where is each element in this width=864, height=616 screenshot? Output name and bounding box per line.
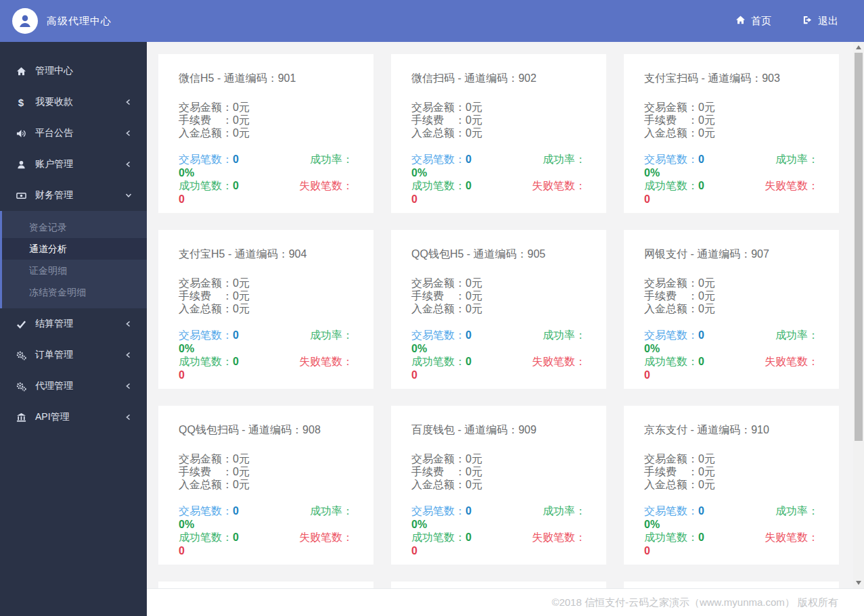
user-avatar-icon: [12, 8, 38, 34]
submenu-item-frozen-funds-details[interactable]: 冻结资金明细: [2, 281, 147, 303]
submenu-item-fund-records[interactable]: 资金记录: [2, 216, 147, 238]
card-amounts: 交易金额：0元 手续费 ：0元 入金总额：0元: [411, 452, 586, 491]
success-count-value: 0: [698, 531, 704, 543]
card-title: 微信H5 - 通道编码：901: [179, 72, 353, 86]
success-count-stat: 成功笔数：0: [179, 531, 239, 544]
success-rate-value: 0%: [179, 166, 353, 180]
trade-count-value: 0: [233, 505, 239, 517]
channel-card-partial: [158, 582, 373, 588]
total-in-line: 入金总额：0元: [179, 126, 353, 139]
sidebar-item-order-management[interactable]: 订单管理: [0, 339, 147, 371]
card-stats: 交易笔数：0 成功率： 0% 成功笔数：0 失败笔数： 0: [179, 153, 353, 206]
fee-value: 0元: [698, 466, 715, 477]
card-title: 京东支付 - 通道编码：910: [644, 423, 819, 437]
chevron-down-icon: [125, 192, 132, 199]
sidebar-item-management-center[interactable]: 管理中心: [0, 55, 147, 87]
fail-count-value: 0: [644, 369, 819, 382]
sidebar-item-finance-management[interactable]: 财务管理: [0, 180, 147, 211]
brand: 高级代理中心: [12, 8, 112, 34]
success-rate-label: 成功率：: [775, 329, 819, 342]
home-icon: [735, 15, 746, 27]
card-stats: 交易笔数：0 成功率： 0% 成功笔数：0 失败笔数： 0: [179, 329, 353, 381]
fee-value: 0元: [465, 114, 482, 126]
home-icon: [15, 66, 27, 76]
fee-value: 0元: [233, 466, 250, 477]
total-in-value: 0元: [698, 303, 715, 314]
fee-line: 手续费 ：0元: [411, 289, 586, 302]
fail-count-label: 失败笔数：: [532, 531, 586, 544]
submenu-item-channel-analysis[interactable]: 通道分析: [2, 238, 147, 260]
card-stats: 交易笔数：0 成功率： 0% 成功笔数：0 失败笔数： 0: [644, 329, 819, 381]
total-in-line: 入金总额：0元: [179, 302, 353, 315]
sidebar-item-account-management[interactable]: 账户管理: [0, 149, 147, 180]
success-count-stat: 成功笔数：0: [644, 355, 704, 369]
card-amounts: 交易金额：0元 手续费 ：0元 入金总额：0元: [411, 277, 586, 315]
success-count-value: 0: [698, 356, 704, 367]
total-in-value: 0元: [465, 479, 482, 490]
success-rate-value: 0%: [411, 166, 586, 180]
success-count-value: 0: [233, 356, 239, 367]
scrollbar-track[interactable]: [853, 53, 864, 577]
card-amounts: 交易金额：0元 手续费 ：0元 入金总额：0元: [179, 101, 353, 139]
card-amounts: 交易金额：0元 手续费 ：0元 入金总额：0元: [644, 277, 819, 315]
trade-count-stat: 交易笔数：0: [179, 153, 239, 166]
trade-count-value: 0: [233, 329, 239, 341]
sidebar-item-collect-payment[interactable]: $ 我要收款: [0, 87, 147, 118]
fee-line: 手续费 ：0元: [644, 289, 819, 302]
trade-count-stat: 交易笔数：0: [644, 504, 704, 518]
card-title: 百度钱包 - 通道编码：909: [411, 423, 586, 437]
chevron-left-icon: [125, 99, 132, 105]
success-rate-value: 0%: [644, 166, 819, 180]
success-rate-label: 成功率：: [310, 504, 353, 518]
channel-card: 京东支付 - 通道编码：910 交易金额：0元 手续费 ：0元 入金总额：0元 …: [624, 406, 839, 565]
trade-amount-value: 0元: [465, 453, 482, 465]
fee-value: 0元: [233, 114, 250, 126]
card-amounts: 交易金额：0元 手续费 ：0元 入金总额：0元: [411, 101, 586, 139]
scrollbar-thumb[interactable]: [855, 53, 863, 441]
trade-count-stat: 交易笔数：0: [179, 504, 239, 518]
scrollbar-down-arrow[interactable]: [853, 577, 864, 588]
card-stats: 交易笔数：0 成功率： 0% 成功笔数：0 失败笔数： 0: [411, 153, 586, 206]
trade-amount-value: 0元: [698, 453, 715, 465]
total-in-line: 入金总额：0元: [411, 302, 586, 315]
top-nav: 首页 退出: [735, 15, 838, 28]
sidebar-item-agent-management[interactable]: 代理管理: [0, 371, 147, 402]
fee-line: 手续费 ：0元: [179, 114, 353, 126]
trade-amount-value: 0元: [465, 277, 482, 289]
sidebar-item-platform-announcements[interactable]: 平台公告: [0, 118, 147, 149]
trade-count-stat: 交易笔数：0: [179, 329, 239, 342]
trade-amount-line: 交易金额：0元: [179, 452, 353, 465]
trade-amount-line: 交易金额：0元: [411, 277, 586, 289]
sidebar-item-api-management[interactable]: API管理: [0, 402, 147, 433]
trade-count-stat: 交易笔数：0: [411, 329, 472, 342]
nav-home-link[interactable]: 首页: [735, 15, 771, 28]
chevron-left-icon: [125, 321, 132, 327]
nav-logout-link[interactable]: 退出: [802, 15, 838, 28]
success-count-value: 0: [698, 180, 704, 191]
channel-card-partial: [391, 582, 606, 588]
trade-amount-value: 0元: [465, 101, 482, 113]
fee-line: 手续费 ：0元: [179, 289, 353, 302]
total-in-line: 入金总额：0元: [644, 302, 819, 315]
trade-count-value: 0: [465, 329, 472, 341]
channel-card: QQ钱包扫码 - 通道编码：908 交易金额：0元 手续费 ：0元 入金总额：0…: [158, 406, 373, 565]
fail-count-label: 失败笔数：: [299, 179, 353, 193]
cogs-icon: [15, 381, 27, 392]
trade-amount-line: 交易金额：0元: [644, 277, 819, 289]
content-scroll-area[interactable]: 微信H5 - 通道编码：901 交易金额：0元 手续费 ：0元 入金总额：0元 …: [147, 42, 864, 588]
success-count-stat: 成功笔数：0: [179, 179, 239, 193]
copyright-text: ©2018 信恒支付-云码之家演示（www.myunma.com） 版权所有: [551, 596, 838, 609]
trade-amount-value: 0元: [698, 277, 715, 289]
success-count-stat: 成功笔数：0: [411, 355, 472, 369]
trade-count-value: 0: [698, 329, 704, 341]
scrollbar[interactable]: [853, 42, 864, 588]
scrollbar-up-arrow[interactable]: [853, 42, 864, 53]
bank-icon: [15, 412, 27, 423]
sidebar: 管理中心 $ 我要收款 平台公告: [0, 42, 147, 616]
fail-count-label: 失败笔数：: [765, 355, 819, 369]
total-in-value: 0元: [233, 303, 250, 314]
success-count-stat: 成功笔数：0: [411, 531, 472, 544]
sidebar-item-settlement-management[interactable]: 结算管理: [0, 308, 147, 339]
trade-count-value: 0: [233, 153, 239, 165]
submenu-item-deposit-details[interactable]: 证金明细: [2, 260, 147, 281]
